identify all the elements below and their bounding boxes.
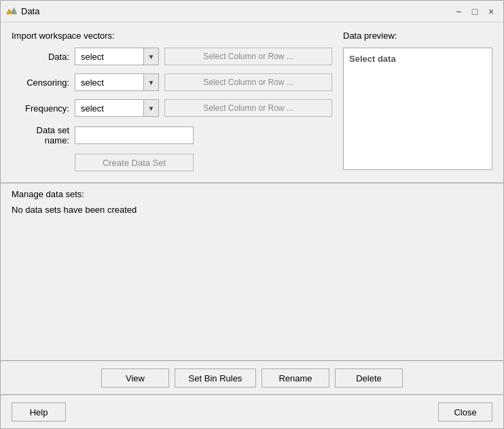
dataset-name-input[interactable] [75, 126, 194, 144]
rename-button[interactable]: Rename [262, 368, 329, 388]
censoring-col-row-button[interactable]: Select Column or Row ... [164, 73, 332, 91]
bottom-section: View Set Bin Rules Rename Delete Help Cl… [12, 360, 492, 428]
data-row: Data: select ▼ Select Column or Row ... [12, 48, 332, 65]
data-list-area: No data sets have been created [12, 205, 492, 215]
right-panel: Data preview: Select data [343, 31, 492, 177]
manage-section-title: Manage data sets: [12, 189, 492, 199]
minimize-button[interactable]: − [452, 5, 465, 18]
frequency-label: Frequency: [12, 103, 69, 114]
no-data-message: No data sets have been created [12, 205, 492, 215]
maximize-button[interactable]: □ [468, 5, 482, 18]
frequency-select-wrapper: select ▼ [75, 99, 159, 117]
frequency-select-arrow[interactable]: ▼ [143, 100, 158, 116]
main-window: Data − □ × Import workspace vectors: Dat… [0, 0, 504, 429]
frequency-select[interactable]: select [75, 100, 143, 116]
create-btn-wrapper: Create Data Set [12, 154, 332, 171]
censoring-label: Censoring: [12, 78, 69, 88]
svg-marker-1 [12, 7, 17, 14]
delete-button[interactable]: Delete [335, 368, 403, 388]
frequency-row: Frequency: select ▼ Select Column or Row… [12, 99, 332, 117]
preview-section-title: Data preview: [343, 31, 492, 41]
data-select-wrapper: select ▼ [75, 48, 159, 65]
title-buttons: − □ × [452, 5, 498, 18]
preview-panel: Select data [343, 48, 492, 170]
data-col-row-button[interactable]: Select Column or Row ... [164, 48, 332, 65]
manage-section: Manage data sets: No data sets have been… [12, 184, 492, 215]
left-panel: Import workspace vectors: Data: select ▼… [12, 31, 332, 177]
close-button[interactable]: × [484, 5, 498, 18]
main-content: Import workspace vectors: Data: select ▼… [1, 22, 503, 428]
close-window-button[interactable]: Close [438, 402, 492, 422]
view-button[interactable]: View [101, 368, 169, 388]
help-button[interactable]: Help [12, 402, 66, 422]
dataset-name-row: Data set name: [12, 125, 332, 145]
import-section-title: Import workspace vectors: [12, 31, 332, 41]
censoring-select-wrapper: select ▼ [75, 73, 159, 91]
matlab-icon [6, 6, 17, 17]
action-buttons-row: View Set Bin Rules Rename Delete [12, 362, 492, 394]
data-label: Data: [12, 52, 69, 62]
preview-placeholder: Select data [349, 54, 396, 64]
top-section: Import workspace vectors: Data: select ▼… [12, 31, 492, 177]
data-select-arrow[interactable]: ▼ [143, 48, 158, 65]
censoring-select[interactable]: select [75, 74, 143, 90]
title-left: Data [6, 6, 39, 17]
data-select[interactable]: select [75, 48, 143, 65]
title-bar: Data − □ × [1, 1, 503, 22]
create-dataset-button[interactable]: Create Data Set [75, 154, 194, 171]
censoring-row: Censoring: select ▼ Select Column or Row… [12, 73, 332, 91]
footer-row: Help Close [12, 396, 492, 428]
window-title: Data [21, 6, 39, 16]
dataset-name-label: Data set name: [12, 125, 69, 145]
censoring-select-arrow[interactable]: ▼ [143, 74, 158, 90]
set-bin-rules-button[interactable]: Set Bin Rules [175, 368, 256, 388]
frequency-col-row-button[interactable]: Select Column or Row ... [164, 99, 332, 117]
svg-marker-2 [6, 9, 12, 14]
